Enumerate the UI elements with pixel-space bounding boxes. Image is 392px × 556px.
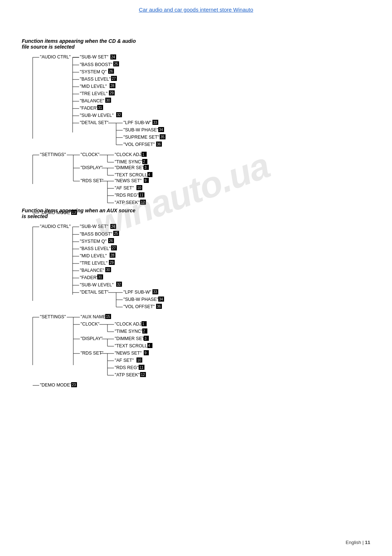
svg-text:2: 2	[143, 160, 145, 164]
svg-text:27: 27	[112, 246, 116, 250]
svg-text:9: 9	[144, 351, 147, 355]
svg-text:"AUX NAME": "AUX NAME"	[81, 314, 107, 319]
svg-text:"DETAIL SET": "DETAIL SET"	[80, 290, 109, 295]
svg-text:"SUB-W SET": "SUB-W SET"	[80, 54, 108, 60]
svg-text:28: 28	[110, 253, 115, 257]
svg-text:"BASS BOOST": "BASS BOOST"	[80, 232, 112, 237]
svg-text:"SUB-W PHASE": "SUB-W PHASE"	[123, 127, 158, 132]
svg-text:25: 25	[114, 232, 118, 236]
svg-text:"TIME SYNC": "TIME SYNC"	[115, 159, 143, 164]
svg-text:"RDS REG": "RDS REG"	[115, 365, 139, 370]
svg-text:25: 25	[114, 62, 118, 66]
svg-text:29: 29	[110, 261, 114, 265]
svg-text:27: 27	[112, 77, 116, 81]
svg-text:32: 32	[117, 113, 121, 117]
svg-text:"SUB-W LEVEL": "SUB-W LEVEL"	[80, 113, 114, 118]
svg-text:"AUDIO CTRL": "AUDIO CTRL"	[40, 224, 71, 229]
svg-text:9: 9	[144, 179, 147, 183]
section1-title: Function items appearing when the CD & a…	[22, 38, 370, 50]
svg-text:"TRE LEVEL": "TRE LEVEL"	[80, 91, 107, 96]
svg-text:"AF SET": "AF SET"	[115, 358, 134, 363]
svg-text:"DIMMER SET": "DIMMER SET"	[115, 165, 146, 170]
svg-text:"ATP SEEK": "ATP SEEK"	[115, 200, 140, 205]
svg-text:"LPF SUB-W": "LPF SUB-W"	[123, 120, 151, 125]
svg-text:15: 15	[106, 315, 110, 319]
svg-text:"SYSTEM Q": "SYSTEM Q"	[80, 239, 106, 244]
svg-text:24: 24	[111, 55, 115, 59]
svg-text:30: 30	[106, 268, 110, 272]
svg-text:"BASS LEVEL": "BASS LEVEL"	[80, 77, 111, 82]
svg-text:"CLOCK": "CLOCK"	[81, 322, 99, 327]
svg-text:30: 30	[106, 98, 110, 102]
tree-aux: "AUDIO CTRL" "SUB-W SET" 24 "BASS BOOST"…	[29, 223, 370, 379]
svg-text:"SYSTEM Q": "SYSTEM Q"	[80, 69, 106, 74]
svg-text:"SETTINGS": "SETTINGS"	[40, 152, 66, 157]
svg-text:"TRE LEVEL": "TRE LEVEL"	[80, 261, 107, 266]
svg-text:"BALANCE": "BALANCE"	[80, 268, 104, 273]
svg-text:"CLOCK ADJ": "CLOCK ADJ"	[115, 322, 143, 327]
page-header: Car audio and car goods internet store W…	[0, 0, 392, 16]
svg-text:11: 11	[139, 193, 144, 197]
svg-text:"TIME SYNC": "TIME SYNC"	[115, 329, 143, 334]
svg-text:"RDS SET": "RDS SET"	[81, 351, 103, 356]
svg-text:35: 35	[160, 135, 165, 139]
svg-text:1: 1	[142, 322, 144, 326]
footer-separator: |	[363, 540, 365, 545]
svg-text:31: 31	[98, 275, 102, 279]
svg-text:"FADER": "FADER"	[80, 106, 98, 111]
svg-text:34: 34	[159, 297, 163, 301]
svg-text:36: 36	[157, 304, 161, 308]
page-content: Function items appearing when the CD & a…	[0, 16, 392, 401]
svg-text:29: 29	[110, 91, 114, 95]
svg-text:12: 12	[141, 200, 145, 204]
svg-text:11: 11	[139, 365, 144, 369]
svg-text:23: 23	[72, 383, 76, 387]
svg-text:"MID LEVEL": "MID LEVEL"	[80, 84, 107, 89]
svg-text:"ATP SEEK": "ATP SEEK"	[115, 372, 140, 377]
svg-text:"NEWS SET": "NEWS SET"	[115, 178, 142, 183]
svg-text:"CLOCK": "CLOCK"	[81, 152, 99, 157]
svg-text:"SUB-W LEVEL": "SUB-W LEVEL"	[80, 282, 114, 287]
svg-text:"FADER": "FADER"	[80, 275, 98, 280]
svg-text:31: 31	[98, 106, 102, 110]
svg-text:"VOL OFFSET": "VOL OFFSET"	[123, 304, 155, 309]
svg-text:"SUB-W SET": "SUB-W SET"	[80, 224, 108, 229]
svg-text:"SUPREME SET": "SUPREME SET"	[123, 135, 159, 140]
svg-text:4: 4	[148, 344, 150, 348]
svg-text:10: 10	[137, 186, 142, 190]
footer-page-number: 11	[365, 540, 370, 545]
svg-text:10: 10	[137, 358, 142, 362]
svg-text:"BALANCE": "BALANCE"	[80, 98, 104, 103]
svg-text:28: 28	[110, 84, 115, 88]
svg-text:3: 3	[144, 336, 147, 340]
svg-text:"AF SET": "AF SET"	[115, 185, 134, 191]
svg-text:"RDS REG": "RDS REG"	[115, 193, 139, 198]
svg-text:12: 12	[141, 373, 145, 377]
svg-text:"DIMMER SET": "DIMMER SET"	[115, 336, 146, 341]
svg-text:36: 36	[157, 142, 161, 146]
svg-text:3: 3	[144, 165, 147, 169]
svg-text:1: 1	[142, 152, 144, 156]
svg-text:26: 26	[109, 239, 113, 243]
svg-text:"NEWS SET": "NEWS SET"	[115, 351, 142, 356]
footer-language: English	[346, 540, 361, 545]
svg-text:"DISPLAY": "DISPLAY"	[81, 336, 103, 341]
svg-text:33: 33	[153, 120, 158, 124]
page-footer: English | 11	[346, 540, 370, 545]
svg-text:"MID LEVEL": "MID LEVEL"	[80, 253, 107, 258]
svg-text:"TEXT SCROLL": "TEXT SCROLL"	[115, 172, 149, 177]
svg-text:"LPF SUB-W": "LPF SUB-W"	[123, 290, 151, 295]
svg-text:32: 32	[117, 282, 121, 286]
svg-text:"SUB-W PHASE": "SUB-W PHASE"	[123, 297, 158, 302]
svg-text:"AUDIO CTRL": "AUDIO CTRL"	[40, 54, 71, 60]
svg-text:"RDS SET": "RDS SET"	[81, 178, 103, 183]
svg-text:"TEXT SCROLL": "TEXT SCROLL"	[115, 343, 149, 348]
tree-cd-audio: "AUDIO CTRL" "SUB-W SET" 24 "BASS BOOST"…	[29, 53, 370, 193]
svg-text:"SETTINGS": "SETTINGS"	[40, 314, 66, 319]
svg-text:"DEMO MODE": "DEMO MODE"	[40, 383, 72, 388]
svg-text:24: 24	[111, 225, 115, 229]
header-link[interactable]: Car audio and car goods internet store W…	[139, 7, 253, 13]
svg-text:"DETAIL SET": "DETAIL SET"	[80, 120, 109, 125]
svg-text:"CLOCK ADJ": "CLOCK ADJ"	[115, 152, 143, 157]
svg-text:"BASS BOOST": "BASS BOOST"	[80, 62, 112, 67]
